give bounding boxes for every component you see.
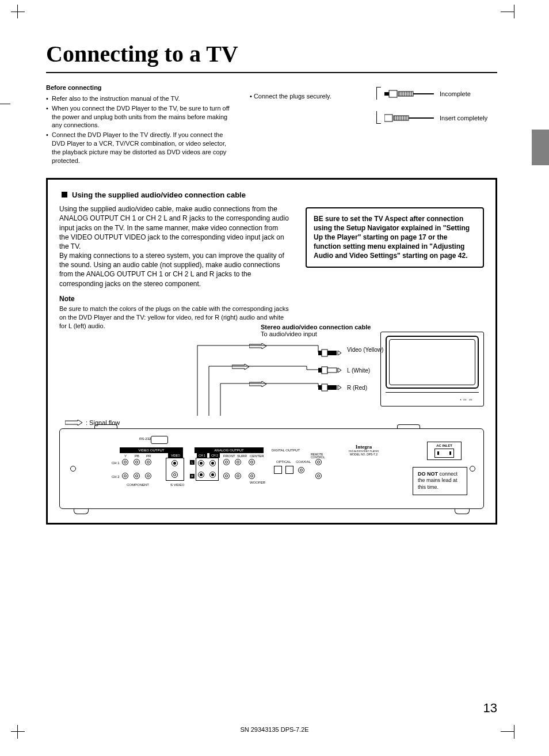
svg-rect-2 — [398, 92, 413, 96]
page-title: Connecting to a TV — [46, 40, 497, 73]
rca-plug-icon — [318, 366, 341, 374]
plug-label-insert: Insert completely — [440, 115, 487, 121]
note-heading: Note — [59, 294, 289, 303]
svg-rect-29 — [318, 351, 322, 355]
tv-icon: • ▭ ▭ — [380, 332, 484, 407]
brand-label: Integra — [341, 444, 387, 450]
svg-marker-36 — [338, 368, 341, 373]
svg-rect-31 — [327, 351, 337, 355]
svg-rect-37 — [318, 385, 322, 390]
body-para: By making connections to a stereo system… — [59, 251, 289, 288]
plug-incomplete-icon — [384, 88, 434, 100]
label-video-output: VIDEO OUTPUT — [120, 447, 183, 453]
svg-rect-0 — [384, 92, 389, 96]
label-rs232: RS-232 — [139, 437, 151, 440]
signal-arrow-icon — [65, 420, 82, 426]
cable-sub: To audio/video input — [261, 330, 371, 337]
svg-marker-41 — [65, 420, 82, 426]
svg-marker-40 — [338, 385, 341, 390]
cable-diagram: Stereo audio/video connection cable To a… — [59, 341, 484, 416]
before-item: Connect the DVD Player to the TV directl… — [46, 131, 232, 165]
cable-title: Stereo audio/video connection cable — [261, 324, 371, 330]
section-heading: Using the supplied audio/video connectio… — [59, 190, 289, 200]
rca-label-video: Video (Yellow) — [347, 347, 383, 353]
footer: SN 29343135 DPS-7.2E — [0, 726, 549, 733]
svg-rect-30 — [322, 349, 327, 356]
svg-rect-13 — [394, 116, 409, 120]
rca-label-r: R (Red) — [347, 385, 367, 391]
edge-tick — [0, 104, 10, 104]
rca-plug-icon — [318, 383, 341, 392]
plug-complete-icon — [384, 112, 434, 124]
note-body: Be sure to match the colors of the plugs… — [59, 305, 289, 330]
before-heading: Before connecting — [46, 83, 232, 92]
warning-box: BE sure to set the TV Aspect after conne… — [306, 207, 484, 268]
svg-rect-39 — [327, 385, 337, 390]
rca-label-l: L (White) — [347, 367, 370, 374]
page-number: 13 — [483, 701, 497, 716]
square-bullet-icon — [62, 192, 67, 197]
plug-label-incomplete: Incomplete — [440, 90, 471, 97]
connect-securely: Connect the plugs securely. — [250, 83, 359, 166]
before-item: Refer also to the instruction manual of … — [46, 94, 232, 103]
rca-plug-icon — [318, 349, 341, 357]
svg-rect-38 — [322, 384, 327, 391]
svg-rect-34 — [322, 367, 327, 374]
main-box: Using the supplied audio/video connectio… — [46, 178, 497, 525]
donot-box: DO NOT connect the mains lead at this ti… — [413, 467, 467, 495]
thumb-tab — [532, 130, 549, 165]
svg-rect-35 — [327, 368, 337, 373]
cable-lines — [186, 341, 336, 416]
section-heading-text: Using the supplied audio/video connectio… — [72, 190, 246, 200]
svg-rect-12 — [384, 115, 392, 121]
label-remote: REMOTECONTROL — [311, 453, 325, 459]
body-para: Using the supplied audio/video cable, ma… — [59, 204, 289, 251]
svg-rect-33 — [318, 368, 322, 373]
before-item: When you connect the DVD Player to the T… — [46, 104, 232, 130]
ac-inlet-label: AC INLET — [431, 444, 458, 447]
rear-panel-diagram: RS-232 VIDEO OUTPUT ANALOG OUTPUT DIGITA… — [59, 428, 484, 509]
svg-marker-32 — [338, 351, 341, 355]
svg-rect-1 — [389, 90, 397, 97]
label-digital-output: DIGITAL OUTPUT — [272, 449, 300, 452]
label-analog-output: ANALOG OUTPUT — [195, 447, 264, 453]
